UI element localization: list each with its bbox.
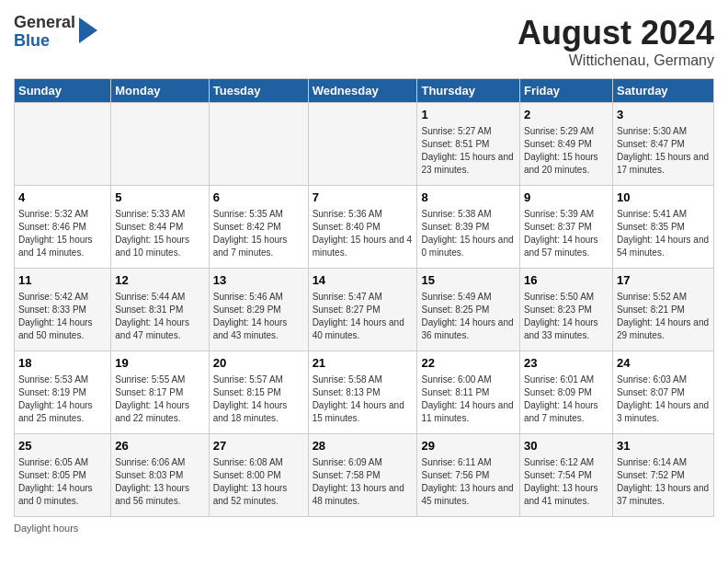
day-detail: Daylight: 14 hours and 7 minutes. — [524, 399, 609, 425]
day-number: 14 — [313, 272, 414, 289]
day-cell: 1Sunrise: 5:27 AMSunset: 8:51 PMDaylight… — [417, 103, 520, 186]
day-detail: Sunrise: 6:11 AM — [421, 456, 516, 469]
day-detail: Sunset: 8:15 PM — [213, 386, 304, 399]
day-detail: Daylight: 14 hours and 54 minutes. — [617, 234, 710, 259]
day-cell: 24Sunrise: 6:03 AMSunset: 8:07 PMDayligh… — [612, 351, 713, 434]
day-detail: Sunset: 8:40 PM — [313, 221, 414, 234]
day-cell: 10Sunrise: 5:41 AMSunset: 8:35 PMDayligh… — [612, 186, 713, 269]
day-detail: Daylight: 13 hours and 52 minutes. — [213, 482, 304, 508]
day-detail: Sunset: 8:31 PM — [115, 304, 204, 316]
column-header-thursday: Thursday — [417, 79, 520, 103]
day-detail: Sunrise: 5:39 AM — [524, 208, 609, 221]
day-number: 18 — [18, 355, 107, 372]
calendar-header-row: SundayMondayTuesdayWednesdayThursdayFrid… — [15, 79, 714, 103]
day-detail: Sunrise: 5:44 AM — [115, 291, 204, 304]
day-detail: Sunset: 8:37 PM — [524, 221, 609, 234]
day-cell: 30Sunrise: 6:12 AMSunset: 7:54 PMDayligh… — [520, 434, 613, 517]
day-detail: Sunrise: 6:00 AM — [421, 373, 516, 386]
day-cell: 31Sunrise: 6:14 AMSunset: 7:52 PMDayligh… — [612, 434, 713, 517]
day-detail: Daylight: 13 hours and 45 minutes. — [421, 482, 516, 508]
day-detail: Sunset: 8:51 PM — [421, 138, 516, 151]
day-detail: Sunrise: 6:12 AM — [524, 456, 609, 469]
day-detail: Sunrise: 5:55 AM — [115, 373, 204, 386]
day-detail: Sunset: 8:00 PM — [213, 469, 304, 482]
day-cell: 17Sunrise: 5:52 AMSunset: 8:21 PMDayligh… — [612, 269, 713, 351]
day-number: 30 — [524, 438, 609, 454]
column-header-tuesday: Tuesday — [209, 79, 308, 103]
day-cell: 14Sunrise: 5:47 AMSunset: 8:27 PMDayligh… — [308, 269, 417, 351]
logo-text: General Blue — [14, 14, 75, 51]
day-detail: Sunset: 8:11 PM — [421, 386, 516, 399]
day-detail: Sunrise: 5:32 AM — [18, 208, 107, 221]
day-detail: Sunrise: 5:46 AM — [213, 291, 304, 304]
day-detail: Sunrise: 5:50 AM — [524, 291, 609, 304]
day-detail: Daylight: 15 hours and 10 minutes. — [115, 234, 204, 259]
day-detail: Sunrise: 5:27 AM — [421, 125, 516, 138]
day-detail: Daylight: 14 hours and 0 minutes. — [18, 482, 107, 508]
day-number: 11 — [18, 272, 107, 289]
day-detail: Daylight: 14 hours and 36 minutes. — [421, 316, 516, 342]
day-detail: Sunrise: 5:36 AM — [313, 208, 414, 221]
day-cell: 13Sunrise: 5:46 AMSunset: 8:29 PMDayligh… — [209, 269, 308, 351]
day-detail: Daylight: 14 hours and 57 minutes. — [524, 234, 609, 259]
day-cell: 22Sunrise: 6:00 AMSunset: 8:11 PMDayligh… — [417, 351, 520, 434]
day-cell: 20Sunrise: 5:57 AMSunset: 8:15 PMDayligh… — [209, 351, 308, 434]
day-cell — [15, 103, 111, 186]
day-detail: Daylight: 14 hours and 47 minutes. — [115, 316, 204, 342]
day-cell: 29Sunrise: 6:11 AMSunset: 7:56 PMDayligh… — [417, 434, 520, 517]
day-detail: Sunset: 8:27 PM — [313, 304, 414, 316]
day-cell: 18Sunrise: 5:53 AMSunset: 8:19 PMDayligh… — [15, 351, 111, 434]
day-detail: Daylight: 15 hours and 20 minutes. — [524, 151, 609, 177]
day-number: 5 — [115, 190, 204, 206]
day-number: 4 — [18, 190, 107, 206]
day-detail: Sunset: 8:05 PM — [18, 469, 107, 482]
day-detail: Sunset: 8:13 PM — [313, 386, 414, 399]
day-number: 2 — [524, 107, 609, 123]
day-number: 24 — [617, 355, 710, 372]
week-row-1: 1Sunrise: 5:27 AMSunset: 8:51 PMDaylight… — [15, 103, 714, 186]
day-detail: Daylight: 14 hours and 22 minutes. — [115, 399, 204, 425]
day-number: 23 — [524, 355, 609, 372]
day-cell: 4Sunrise: 5:32 AMSunset: 8:46 PMDaylight… — [15, 186, 111, 269]
day-cell: 26Sunrise: 6:06 AMSunset: 8:03 PMDayligh… — [111, 434, 209, 517]
day-detail: Daylight: 14 hours and 33 minutes. — [524, 316, 609, 342]
day-detail: Sunrise: 5:47 AM — [313, 291, 414, 304]
day-cell: 19Sunrise: 5:55 AMSunset: 8:17 PMDayligh… — [111, 351, 209, 434]
daylight-label: Daylight hours — [14, 523, 78, 534]
day-number: 27 — [213, 438, 304, 454]
footer: Daylight hours — [14, 523, 714, 534]
svg-marker-0 — [79, 17, 97, 43]
day-detail: Daylight: 14 hours and 29 minutes. — [617, 316, 710, 342]
day-number: 6 — [213, 190, 304, 206]
day-detail: Sunset: 8:47 PM — [617, 138, 710, 151]
day-detail: Daylight: 14 hours and 40 minutes. — [313, 316, 414, 342]
day-cell: 6Sunrise: 5:35 AMSunset: 8:42 PMDaylight… — [209, 186, 308, 269]
logo-blue: Blue — [14, 32, 75, 51]
day-cell: 8Sunrise: 5:38 AMSunset: 8:39 PMDaylight… — [417, 186, 520, 269]
day-detail: Sunset: 7:54 PM — [524, 469, 609, 482]
day-cell — [308, 103, 417, 186]
day-detail: Sunset: 7:56 PM — [421, 469, 516, 482]
day-number: 29 — [421, 438, 516, 454]
day-cell: 28Sunrise: 6:09 AMSunset: 7:58 PMDayligh… — [308, 434, 417, 517]
day-cell: 27Sunrise: 6:08 AMSunset: 8:00 PMDayligh… — [209, 434, 308, 517]
day-number: 8 — [421, 190, 516, 206]
day-detail: Sunrise: 6:03 AM — [617, 373, 710, 386]
day-number: 13 — [213, 272, 304, 289]
week-row-5: 25Sunrise: 6:05 AMSunset: 8:05 PMDayligh… — [15, 434, 714, 517]
day-detail: Daylight: 14 hours and 18 minutes. — [213, 399, 304, 425]
day-cell: 16Sunrise: 5:50 AMSunset: 8:23 PMDayligh… — [520, 269, 613, 351]
day-detail: Sunrise: 6:05 AM — [18, 456, 107, 469]
day-detail: Daylight: 14 hours and 11 minutes. — [421, 399, 516, 425]
day-detail: Daylight: 14 hours and 25 minutes. — [18, 399, 107, 425]
column-header-sunday: Sunday — [15, 79, 111, 103]
day-cell: 25Sunrise: 6:05 AMSunset: 8:05 PMDayligh… — [15, 434, 111, 517]
day-detail: Daylight: 13 hours and 48 minutes. — [313, 482, 414, 508]
day-detail: Sunset: 8:03 PM — [115, 469, 204, 482]
day-detail: Sunset: 8:19 PM — [18, 386, 107, 399]
day-cell: 3Sunrise: 5:30 AMSunset: 8:47 PMDaylight… — [612, 103, 713, 186]
day-detail: Sunrise: 6:08 AM — [213, 456, 304, 469]
day-number: 1 — [421, 107, 516, 123]
day-detail: Sunrise: 5:49 AM — [421, 291, 516, 304]
day-detail: Sunset: 8:21 PM — [617, 304, 710, 316]
